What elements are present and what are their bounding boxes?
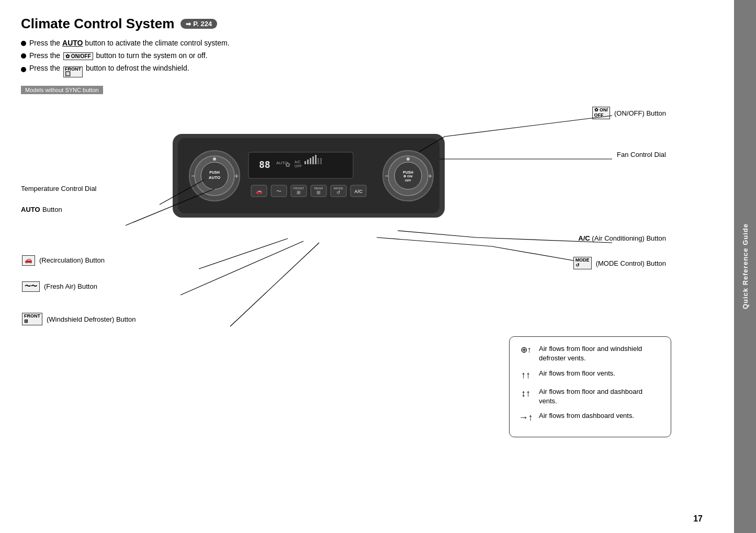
recirc-label: (Recirculation) Button [39, 256, 105, 264]
callout-row-3: ↕↑ Air flows from floor and dashboard ve… [518, 387, 662, 406]
svg-text:A/C: A/C [295, 160, 301, 164]
svg-text:AUTO: AUTO [209, 175, 221, 180]
callout-row-4: →↑ Air flows from dashboard vents. [518, 411, 662, 424]
svg-rect-15 [307, 160, 309, 164]
svg-rect-16 [310, 158, 311, 164]
intro-bullet-1: Press the AUTO button to activate the cl… [21, 37, 713, 50]
svg-text:🚗: 🚗 [256, 188, 263, 195]
svg-text:PUSH: PUSH [403, 171, 413, 174]
svg-point-42 [407, 157, 410, 161]
svg-text:−: − [385, 172, 389, 180]
main-content: Climate Control System ➡ P. 224 Press th… [0, 0, 734, 533]
mode-btn-label-area: MODE↺ (MODE Control) Button [572, 257, 666, 269]
fresh-air-label-area: 〜〜 (Fresh Air) Button [21, 281, 97, 291]
page-ref-badge: ➡ P. 224 [180, 19, 217, 29]
callout-text-4: Air flows from dashboard vents. [539, 411, 634, 421]
page-ref-label: P. 224 [193, 20, 212, 28]
svg-point-7 [213, 157, 216, 161]
windshield-label: (Windshield Defroster) Button [47, 315, 136, 323]
on-off-btn-label-area: ✿ ON/OFF (ON/OFF) Button [591, 107, 666, 119]
fan-ctrl-label-area: Fan Control Dial [617, 150, 666, 159]
arrow-icon: ➡ [186, 20, 191, 28]
front-inline-btn: FRONT🔲 [63, 66, 83, 78]
sidebar-label: Quick Reference Guide [741, 223, 749, 309]
svg-text:88: 88 [259, 159, 270, 170]
auto-bold-label: AUTO [62, 39, 83, 47]
svg-line-55 [230, 243, 319, 326]
bullet-icon [21, 53, 26, 59]
ac-btn-label: A/C (Air Conditioning) Button [578, 234, 666, 242]
svg-rect-20 [320, 158, 322, 164]
svg-rect-14 [304, 161, 306, 164]
bullet-1-text: Press the AUTO button to activate the cl… [29, 37, 230, 50]
intro-bullet-3: Press the FRONT🔲 button to defrost the w… [21, 62, 713, 78]
panel-svg: PUSH AUTO 88 AUTO ✿ A/C OFF [167, 123, 450, 228]
diagram-area: PUSH AUTO 88 AUTO ✿ A/C OFF [21, 103, 713, 469]
svg-text:✿: ✿ [285, 161, 290, 168]
svg-line-59 [377, 237, 492, 246]
windshield-label-area: FRONT⊞ (Windshield Defroster) Button [21, 313, 136, 325]
svg-text:OFF: OFF [405, 179, 411, 182]
svg-rect-19 [318, 158, 319, 164]
recirc-btn-icon: 🚗 [22, 255, 35, 265]
svg-text:↺: ↺ [336, 190, 341, 195]
page-title: Climate Control System [21, 16, 174, 32]
bullet-icon [21, 67, 26, 72]
bullet-3-text: Press the FRONT🔲 button to defrost the w… [29, 62, 189, 78]
on-off-inline-btn: ✿ ON/OFF [63, 52, 93, 60]
recirc-label-area: 🚗 (Recirculation) Button [21, 255, 105, 265]
auto-btn-label: AUTO [21, 206, 40, 213]
windshield-btn-icon: FRONT⊞ [22, 313, 42, 325]
svg-text:+: + [234, 172, 239, 180]
svg-text:PUSH: PUSH [209, 171, 219, 174]
svg-text:⊞: ⊞ [317, 190, 321, 195]
svg-rect-18 [315, 155, 317, 164]
bullet-2-text: Press the ✿ ON/OFF button to turn the sy… [29, 50, 207, 62]
callout-box: ⊕↑ Air flows from floor and windshield d… [509, 336, 671, 437]
temp-ctrl-label: Temperature Control Dial [21, 185, 97, 192]
fresh-air-btn-icon: 〜〜 [22, 281, 40, 291]
svg-text:✿ ON/: ✿ ON/ [403, 175, 413, 178]
on-off-btn-label: (ON/OFF) Button [614, 109, 666, 117]
svg-line-47 [445, 116, 612, 137]
svg-text:〜: 〜 [276, 188, 281, 194]
callout-icon-3: ↕↑ [518, 387, 534, 400]
fan-ctrl-label: Fan Control Dial [617, 151, 666, 158]
svg-text:OFF: OFF [295, 164, 302, 168]
svg-text:+: + [428, 172, 432, 180]
svg-line-54 [180, 241, 303, 295]
svg-text:−: − [191, 172, 195, 180]
on-off-btn-icon: ✿ ON/OFF [592, 107, 611, 119]
callout-row-2: ↑↑ Air flows from floor vents. [518, 369, 662, 382]
auto-btn-label-area: AUTO Button [21, 205, 62, 214]
svg-text:A/C: A/C [354, 189, 363, 194]
callout-text-1: Air flows from floor and windshield defr… [539, 344, 662, 363]
svg-line-57 [398, 231, 476, 237]
callout-icon-1: ⊕↑ [518, 344, 534, 356]
callout-icon-4: →↑ [518, 411, 534, 424]
ac-btn-label-area: A/C (Air Conditioning) Button [578, 233, 666, 243]
callout-icon-2: ↑↑ [518, 369, 534, 382]
intro-bullet-2: Press the ✿ ON/OFF button to turn the sy… [21, 50, 713, 62]
climate-panel: PUSH AUTO 88 AUTO ✿ A/C OFF [167, 123, 450, 228]
page-number: 17 [693, 514, 703, 524]
bullet-icon [21, 41, 26, 46]
callout-text-3: Air flows from floor and dashboard vents… [539, 387, 662, 406]
svg-line-53 [199, 239, 288, 269]
page-title-row: Climate Control System ➡ P. 224 [21, 16, 713, 32]
svg-text:⊞: ⊞ [297, 190, 301, 195]
mode-btn-icon: MODE↺ [573, 257, 592, 269]
sidebar: Quick Reference Guide [734, 0, 756, 533]
models-badge: Models without SYNC button [21, 86, 103, 94]
svg-rect-17 [312, 156, 314, 164]
callout-text-2: Air flows from floor vents. [539, 369, 615, 378]
mode-btn-label: (MODE Control) Button [596, 259, 666, 267]
fresh-air-label: (Fresh Air) Button [44, 282, 97, 290]
intro-list: Press the AUTO button to activate the cl… [21, 37, 713, 77]
callout-row-1: ⊕↑ Air flows from floor and windshield d… [518, 344, 662, 363]
temp-ctrl-label-area: Temperature Control Dial [21, 184, 97, 193]
